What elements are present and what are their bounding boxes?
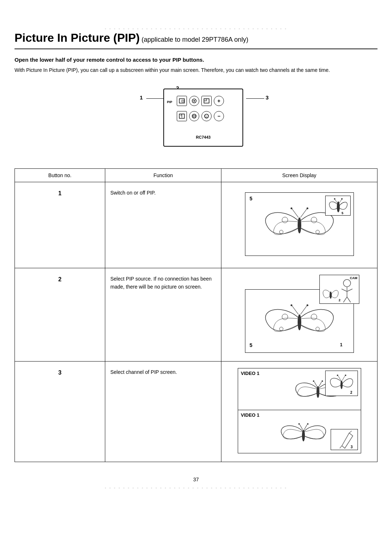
screen3-top: VIDEO 1 bbox=[238, 368, 361, 410]
row2-screen: 5 1 CAM bbox=[221, 268, 377, 362]
row1-screen: 5 bbox=[221, 182, 377, 268]
table-row-2: 2 Select PIP source. If no connection ha… bbox=[15, 268, 377, 362]
btn-size bbox=[189, 111, 199, 121]
deco-top-line: - - - - - - - - - - - - - - - - - - - - … bbox=[15, 22, 377, 31]
svg-line-31 bbox=[292, 306, 298, 314]
pip-table: Button no. Function Screen Display 1 Swi… bbox=[15, 168, 377, 462]
svg-line-23 bbox=[339, 200, 342, 203]
svg-line-40 bbox=[347, 297, 351, 302]
col-btn-no: Button no. bbox=[15, 169, 105, 182]
page-title: Picture In Picture (PIP) (applicable to … bbox=[15, 31, 377, 49]
svg-point-7 bbox=[192, 114, 196, 118]
svg-point-30 bbox=[316, 327, 319, 331]
intro-bold: Open the lower half of your remote contr… bbox=[15, 57, 377, 63]
svg-point-50 bbox=[337, 375, 338, 376]
svg-line-39 bbox=[343, 297, 347, 302]
screen2-ch1: 1 bbox=[340, 342, 343, 347]
row2-btn-no: 2 bbox=[15, 268, 105, 362]
table-row-1: 1 Switch on or off PIP. bbox=[15, 182, 377, 268]
svg-line-59 bbox=[349, 431, 352, 433]
svg-line-37 bbox=[342, 289, 347, 291]
title-normal: (applicable to model 29PT786A only) bbox=[140, 36, 248, 43]
screen1-wrap: 5 bbox=[238, 189, 361, 261]
line-1 bbox=[146, 98, 164, 99]
svg-point-17 bbox=[290, 208, 292, 209]
remote-label-1: 1 bbox=[140, 94, 143, 101]
svg-text:◲: ◲ bbox=[205, 115, 208, 118]
screen2-cam-label: CAM bbox=[350, 276, 358, 280]
svg-point-12 bbox=[282, 217, 288, 223]
col-function: Function bbox=[105, 169, 221, 182]
svg-point-56 bbox=[298, 423, 300, 425]
screen2-pip-inset: CAM bbox=[319, 275, 359, 304]
col-screen-display: Screen Display bbox=[221, 169, 377, 182]
btn-swap bbox=[177, 111, 187, 121]
svg-point-52 bbox=[345, 375, 346, 376]
screen1-label5: 5 bbox=[250, 196, 253, 201]
svg-point-35 bbox=[343, 279, 351, 287]
row1-btn-no: 1 bbox=[15, 182, 105, 268]
pip-small-3b: 3 bbox=[331, 429, 358, 450]
btn-pip-src bbox=[201, 96, 212, 106]
row2-function: Select PIP source. If no connection has … bbox=[105, 268, 221, 362]
svg-text:5: 5 bbox=[342, 211, 343, 215]
row3-function: Select channel of PIP screen. bbox=[105, 362, 221, 462]
row3-screen: VIDEO 1 bbox=[221, 362, 377, 462]
svg-point-58 bbox=[307, 423, 309, 425]
title-bold: Picture In Picture (PIP) bbox=[15, 31, 140, 44]
pip-butterfly-3a: 2 bbox=[326, 371, 358, 396]
svg-point-19 bbox=[306, 208, 308, 209]
remote-diagram: 2 1 3 PIP bbox=[15, 81, 377, 158]
svg-line-38 bbox=[347, 289, 352, 291]
svg-line-16 bbox=[292, 209, 298, 217]
remote-row1-buttons: + bbox=[177, 96, 224, 106]
screen2-wrap: 5 1 CAM bbox=[238, 275, 361, 355]
screen3-bottom: VIDEO 1 bbox=[238, 410, 361, 453]
svg-point-3 bbox=[193, 100, 195, 102]
remote-box: PIP + bbox=[163, 89, 243, 147]
svg-point-15 bbox=[316, 230, 319, 234]
svg-point-24 bbox=[341, 198, 343, 200]
btn-pip-off bbox=[189, 96, 199, 106]
table-row-3: 3 Select channel of PIP screen. VIDEO 1 bbox=[15, 362, 377, 462]
row1-function: Switch on or off PIP. bbox=[105, 182, 221, 268]
btn-plus: + bbox=[214, 96, 224, 106]
svg-point-13 bbox=[311, 217, 317, 223]
page-number: 37 bbox=[15, 477, 377, 482]
pip-label: PIP bbox=[167, 100, 172, 104]
svg-point-11 bbox=[298, 217, 301, 233]
screen3-wrap: VIDEO 1 bbox=[234, 368, 365, 455]
svg-point-45 bbox=[313, 380, 314, 382]
svg-line-60 bbox=[340, 446, 342, 448]
intro-text: With Picture In Picture (PIP), you can c… bbox=[15, 66, 377, 74]
svg-point-47 bbox=[322, 380, 323, 382]
svg-point-29 bbox=[279, 327, 283, 331]
svg-point-22 bbox=[334, 198, 335, 200]
screen2-label5: 5 bbox=[250, 342, 253, 348]
svg-point-27 bbox=[282, 314, 288, 320]
svg-point-28 bbox=[311, 314, 317, 320]
svg-text:2: 2 bbox=[339, 298, 340, 302]
svg-rect-8 bbox=[193, 115, 195, 117]
screen1-border: 5 bbox=[245, 192, 354, 256]
screen3-pip-bottom: 3 bbox=[331, 429, 358, 450]
screen3-pip-top: 2 bbox=[325, 371, 358, 396]
remote-label-3: 3 bbox=[266, 94, 269, 101]
btn-pos: ◲ bbox=[201, 111, 212, 121]
remote-row2-buttons: ◲ − bbox=[177, 111, 224, 121]
row3-btn-no: 3 bbox=[15, 362, 105, 462]
svg-text:3: 3 bbox=[351, 445, 353, 449]
pip-butterfly-small: 5 bbox=[326, 196, 351, 216]
svg-line-18 bbox=[301, 209, 307, 217]
svg-rect-1 bbox=[182, 100, 184, 102]
screen1-pip-inset: 5 bbox=[325, 196, 351, 216]
line-3 bbox=[246, 98, 264, 99]
remote-model: RC7443 bbox=[196, 135, 211, 139]
svg-text:2: 2 bbox=[350, 391, 352, 395]
svg-point-32 bbox=[290, 305, 292, 306]
svg-line-51 bbox=[342, 376, 345, 380]
btn-minus: − bbox=[214, 111, 224, 121]
svg-line-33 bbox=[301, 306, 307, 314]
svg-point-34 bbox=[306, 305, 308, 306]
screen3-border: VIDEO 1 bbox=[238, 368, 361, 453]
